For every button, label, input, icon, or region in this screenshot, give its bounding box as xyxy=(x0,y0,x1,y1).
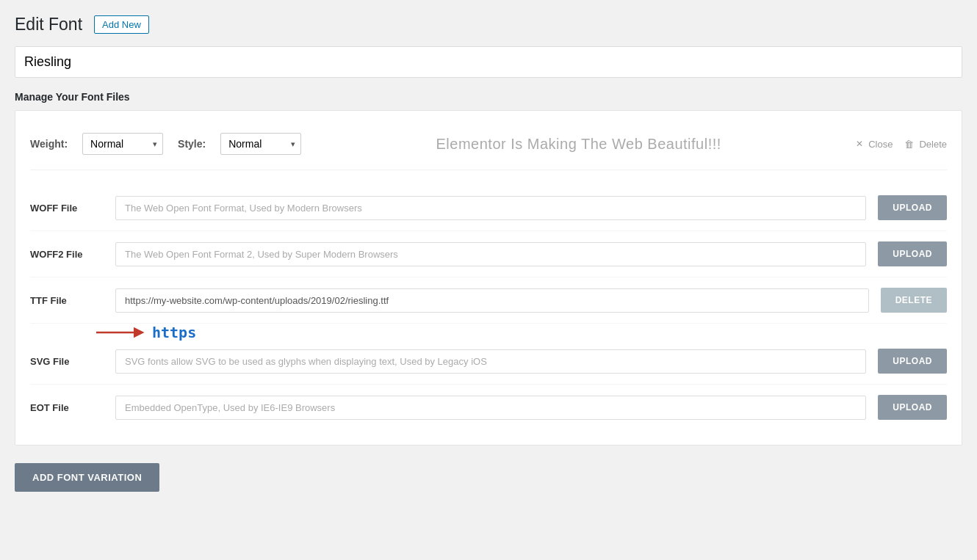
svg-file-input[interactable] xyxy=(115,349,866,374)
woff-file-row: WOFF File UPLOAD xyxy=(30,185,947,231)
eot-file-label: EOT File xyxy=(30,402,104,413)
close-button[interactable]: ✕ Close xyxy=(856,139,893,150)
close-icon: ✕ xyxy=(856,139,863,149)
woff-file-label: WOFF File xyxy=(30,203,104,214)
style-select[interactable]: Normal Italic xyxy=(220,133,301,155)
file-rows: WOFF File UPLOAD WOFF2 File UPLOAD TTF F… xyxy=(30,185,947,430)
ttf-file-label: TTF File xyxy=(30,295,104,306)
svg-upload-button[interactable]: UPLOAD xyxy=(878,349,947,374)
close-label: Close xyxy=(868,139,893,150)
ttf-file-row: TTF File DELETE https xyxy=(30,277,947,324)
woff-file-input[interactable] xyxy=(115,196,866,220)
woff2-file-input[interactable] xyxy=(115,242,866,266)
weight-select[interactable]: Normal 100 200 300 400 500 600 700 800 9… xyxy=(82,133,163,155)
trash-icon: 🗑 xyxy=(904,139,914,150)
preview-text: Elementor Is Making The Web Beautiful!!! xyxy=(316,136,841,153)
manage-section-title: Manage Your Font Files xyxy=(15,91,962,103)
eot-file-input[interactable] xyxy=(115,396,866,420)
weight-select-wrapper: Normal 100 200 300 400 500 600 700 800 9… xyxy=(82,133,163,155)
page-title: Edit Font xyxy=(15,15,82,34)
woff2-upload-button[interactable]: UPLOAD xyxy=(878,241,947,266)
woff2-file-row: WOFF2 File UPLOAD xyxy=(30,231,947,277)
ttf-file-input[interactable] xyxy=(115,288,869,313)
page-header: Edit Font Add New xyxy=(15,15,962,34)
woff2-file-label: WOFF2 File xyxy=(30,249,104,260)
eot-file-row: EOT File UPLOAD xyxy=(30,385,947,430)
eot-upload-button[interactable]: UPLOAD xyxy=(878,395,947,420)
delete-button[interactable]: 🗑 Delete xyxy=(904,139,947,150)
add-new-button[interactable]: Add New xyxy=(94,15,149,34)
woff-upload-button[interactable]: UPLOAD xyxy=(878,195,947,220)
controls-right: ✕ Close 🗑 Delete xyxy=(856,139,947,150)
svg-file-label: SVG File xyxy=(30,356,104,367)
style-label: Style: xyxy=(178,138,206,150)
ttf-delete-button[interactable]: DELETE xyxy=(881,288,947,313)
weight-label: Weight: xyxy=(30,138,68,150)
font-files-container: Weight: Normal 100 200 300 400 500 600 7… xyxy=(15,110,962,446)
font-controls-row: Weight: Normal 100 200 300 400 500 600 7… xyxy=(30,126,947,170)
delete-label: Delete xyxy=(919,139,947,150)
svg-file-row: SVG File UPLOAD xyxy=(30,338,947,385)
add-font-variation-button[interactable]: ADD FONT VARIATION xyxy=(15,463,159,492)
style-select-wrapper: Normal Italic ▾ xyxy=(220,133,301,155)
font-name-input[interactable] xyxy=(15,46,962,78)
